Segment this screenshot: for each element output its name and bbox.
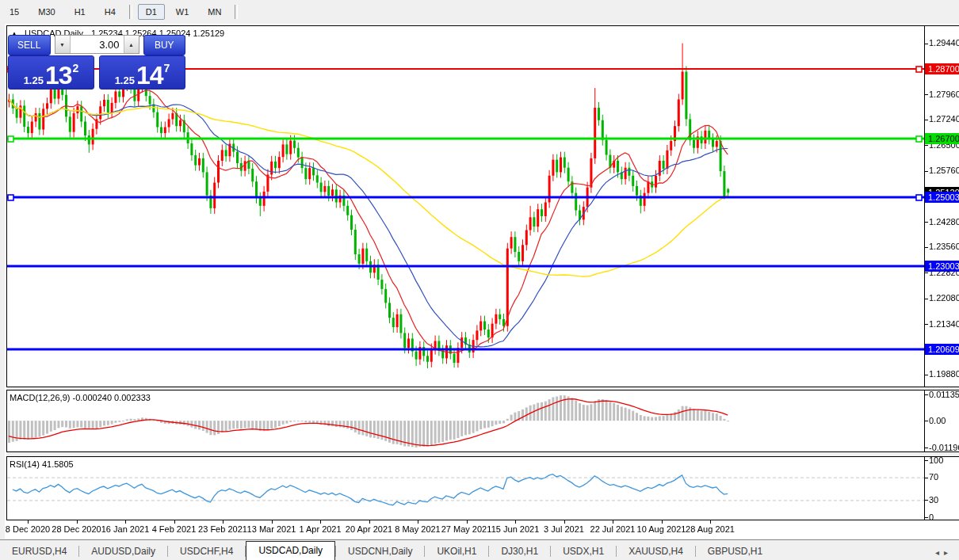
volume-stepper: ▼ 3.00 ▲ <box>55 35 139 54</box>
chart-tab-audusd-daily[interactable]: AUDUSD,Daily <box>79 543 167 560</box>
chart-tab-usdcad-daily[interactable]: USDCAD,Daily <box>246 541 335 560</box>
buy-button[interactable]: BUY <box>143 35 186 55</box>
macd-top-border <box>6 390 959 390</box>
macd-label: MACD(12,26,9) -0.000240 0.002333 <box>10 393 151 402</box>
chart-tab-bar: EURUSD,H4AUDUSD,DailyUSDCHF,H4USDCAD,Dai… <box>0 539 959 560</box>
volume-decrease-button[interactable]: ▼ <box>55 36 71 53</box>
buy-price-prefix: 1.25 <box>115 74 135 86</box>
tab-scroll-right-icon[interactable]: ▸ <box>944 548 953 557</box>
sell-price-sup: 2 <box>73 56 79 80</box>
plot-left-border <box>6 25 7 520</box>
one-click-trading-panel: SELL ▼ 3.00 ▲ BUY 1.25 13 2 1.25 14 7 <box>8 35 185 90</box>
rsi-label: RSI(14) 41.5805 <box>10 459 74 469</box>
buy-price-big: 14 <box>136 64 163 86</box>
chart-tab-gbpusd-h1[interactable]: GBPUSD,H1 <box>696 543 774 560</box>
chart-tab-eurusd-h4[interactable]: EURUSD,H4 <box>0 543 78 560</box>
mt4-chart-screen: 15M30H1H4D1W1MN ▲ USDCAD,Daily 1.25234 1… <box>0 0 959 560</box>
chart-tab-xauusd-h4[interactable]: XAUUSD,H4 <box>617 543 695 560</box>
chart-tab-dj30-h1[interactable]: DJ30,H1 <box>489 543 550 560</box>
sell-price-prefix: 1.25 <box>24 74 44 86</box>
volume-increase-button[interactable]: ▲ <box>124 36 139 53</box>
buy-price-sup: 7 <box>164 56 170 80</box>
sell-price-big: 13 <box>45 64 72 86</box>
chart-tab-usdchf-h4[interactable]: USDCHF,H4 <box>168 543 245 560</box>
chart-tab-usdcnh-daily[interactable]: USDCNH,Daily <box>336 543 424 560</box>
tab-scroll-left-icon[interactable]: ◂ <box>935 548 944 557</box>
chart-tab-usdx-h1[interactable]: USDX,H1 <box>551 543 616 560</box>
rsi-bottom-border <box>6 520 959 520</box>
buy-price-box[interactable]: 1.25 14 7 <box>99 55 185 90</box>
sell-price-box[interactable]: 1.25 13 2 <box>8 55 94 90</box>
volume-field[interactable]: 3.00 <box>71 36 124 53</box>
sell-button[interactable]: SELL <box>8 35 51 55</box>
axis-divider <box>924 25 925 520</box>
rsi-top-border <box>6 456 959 457</box>
chart-tab-ukoil-h1[interactable]: UKOil,H1 <box>425 543 488 560</box>
tab-scroll-arrows[interactable]: ◂▸ <box>935 548 959 557</box>
plot-top-border <box>6 25 959 26</box>
